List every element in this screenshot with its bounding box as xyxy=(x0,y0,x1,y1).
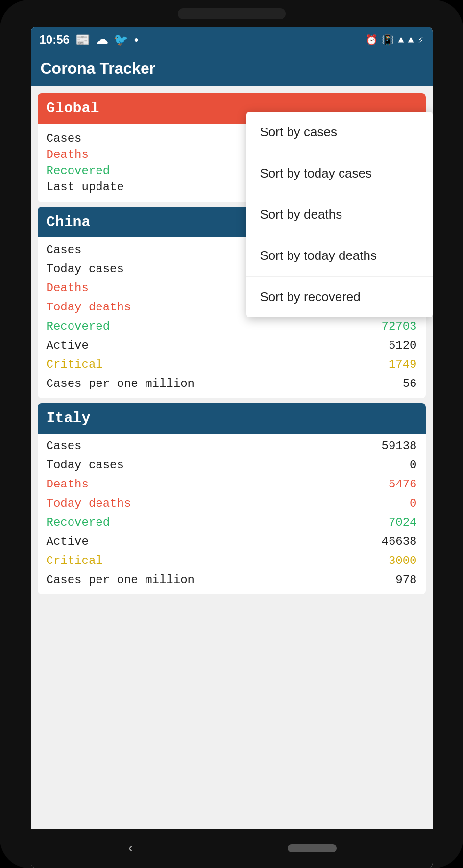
china-cpm-label: Cases per one million xyxy=(47,377,195,390)
china-critical-value: 1749 xyxy=(389,358,417,371)
china-today-deaths-label: Today deaths xyxy=(47,301,131,314)
china-recovered: Recovered 72703 xyxy=(47,317,417,336)
italy-today-cases-value: 0 xyxy=(410,459,416,472)
italy-deaths: Deaths 5476 xyxy=(47,475,417,494)
sort-by-deaths[interactable]: Sort by deaths xyxy=(246,194,433,235)
app-title: Corona Tracker xyxy=(41,59,156,77)
wifi-icon: ▲ xyxy=(398,34,404,46)
dot-icon: • xyxy=(134,33,138,47)
italy-body: Cases 59138 Today cases 0 Deaths 5476 To… xyxy=(38,434,426,594)
italy-today-deaths-value: 0 xyxy=(410,497,416,510)
signal-icon: ▲ xyxy=(408,34,414,46)
italy-active: Active 46638 xyxy=(47,532,417,551)
italy-critical-value: 3000 xyxy=(389,554,417,567)
sort-dropdown[interactable]: Sort by cases Sort by today cases Sort b… xyxy=(246,112,433,317)
status-right: ⏰ 📳 ▲ ▲ ⚡ xyxy=(366,34,423,46)
notch xyxy=(178,8,286,19)
italy-critical-label: Critical xyxy=(47,554,103,567)
italy-cases-label: Cases xyxy=(47,439,82,453)
italy-today-deaths-label: Today deaths xyxy=(47,497,131,510)
china-active-label: Active xyxy=(47,339,89,352)
italy-card: Italy Cases 59138 Today cases 0 Deaths 5… xyxy=(38,403,426,594)
battery-icon: ⚡ xyxy=(417,34,423,46)
status-time: 10:56 xyxy=(40,33,70,47)
sort-by-today-deaths[interactable]: Sort by today deaths xyxy=(246,235,433,277)
app-bar: Corona Tracker xyxy=(31,52,433,86)
china-critical: Critical 1749 xyxy=(47,355,417,374)
china-recovered-value: 72703 xyxy=(381,320,416,333)
italy-today-cases: Today cases 0 xyxy=(47,456,417,475)
china-active: Active 5120 xyxy=(47,336,417,355)
china-cases-label: Cases xyxy=(47,243,82,256)
italy-today-cases-label: Today cases xyxy=(47,459,124,472)
italy-recovered: Recovered 7024 xyxy=(47,513,417,532)
china-deaths-label: Deaths xyxy=(47,281,89,295)
italy-deaths-value: 5476 xyxy=(389,478,417,491)
status-left: 10:56 📰 ☁ 🐦 • xyxy=(40,33,139,47)
italy-active-value: 46638 xyxy=(381,535,416,548)
italy-recovered-label: Recovered xyxy=(47,516,110,529)
sort-by-today-cases[interactable]: Sort by today cases xyxy=(246,153,433,194)
italy-cpm-value: 978 xyxy=(395,573,416,587)
china-cpm-value: 56 xyxy=(403,377,417,390)
sort-by-cases[interactable]: Sort by cases xyxy=(246,112,433,153)
alarm-icon: ⏰ xyxy=(366,34,378,46)
italy-cases-value: 59138 xyxy=(381,439,416,453)
italy-cpm-label: Cases per one million xyxy=(47,573,195,587)
twitter-icon: 🐦 xyxy=(114,33,128,47)
china-today-cases-label: Today cases xyxy=(47,262,124,276)
italy-active-label: Active xyxy=(47,535,89,548)
italy-critical: Critical 3000 xyxy=(47,551,417,570)
notch-bar xyxy=(0,0,463,27)
italy-title: Italy xyxy=(47,410,91,427)
italy-deaths-label: Deaths xyxy=(47,478,89,491)
china-critical-label: Critical xyxy=(47,358,103,371)
nav-bar: ‹ xyxy=(31,829,433,868)
vibrate-icon: 📳 xyxy=(382,34,394,46)
screen: 10:56 📰 ☁ 🐦 • ⏰ 📳 ▲ ▲ ⚡ Corona Tracker S… xyxy=(31,27,433,868)
italy-recovered-value: 7024 xyxy=(389,516,417,529)
cloud-icon: ☁ xyxy=(96,33,108,47)
china-title: China xyxy=(47,214,91,230)
phone-frame: 10:56 📰 ☁ 🐦 • ⏰ 📳 ▲ ▲ ⚡ Corona Tracker S… xyxy=(0,0,463,868)
china-recovered-label: Recovered xyxy=(47,320,110,333)
italy-cases: Cases 59138 xyxy=(47,436,417,456)
italy-header: Italy xyxy=(38,403,426,434)
home-pill[interactable] xyxy=(288,844,337,852)
china-cases-per-million: Cases per one million 56 xyxy=(47,374,417,393)
status-bar: 10:56 📰 ☁ 🐦 • ⏰ 📳 ▲ ▲ ⚡ xyxy=(31,27,433,52)
china-active-value: 5120 xyxy=(389,339,417,352)
italy-today-deaths: Today deaths 0 xyxy=(47,494,417,513)
back-button[interactable]: ‹ xyxy=(126,841,135,856)
global-title: Global xyxy=(47,100,99,117)
content-area[interactable]: Sort by cases Sort by today cases Sort b… xyxy=(31,86,433,829)
news-icon: 📰 xyxy=(75,33,90,47)
italy-cases-per-million: Cases per one million 978 xyxy=(47,570,417,589)
sort-by-recovered[interactable]: Sort by recovered xyxy=(246,277,433,317)
